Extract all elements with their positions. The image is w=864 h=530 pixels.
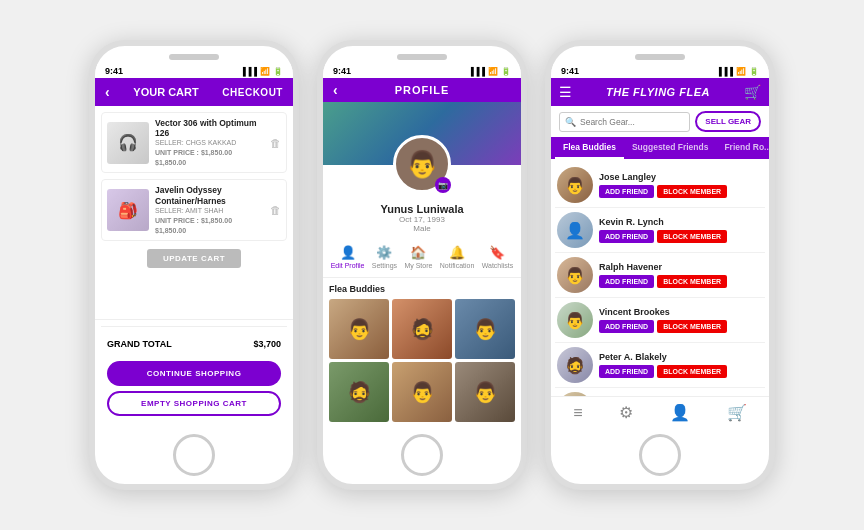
item-price: UNIT PRICE : $1,850.00 $1,850.00 [155,147,264,167]
item-info: Vector 306 with Optimum 126 SELLER: CHGS… [155,118,264,167]
tab-flea-buddies[interactable]: Flea Buddies [555,137,624,159]
flea-logo: The Flying Flea [606,86,710,98]
nav-edit-profile[interactable]: 👤 Edit Profile [331,245,365,269]
friend-actions: ADD FRIEND BLOCK MEMBER [599,275,763,288]
profile-title: PROFILE [395,84,450,96]
add-friend-button[interactable]: ADD FRIEND [599,275,654,288]
status-bar-flea: 9:41 ▐▐▐ 📶 🔋 [551,64,769,78]
friend-info: Ralph Havener ADD FRIEND BLOCK MEMBER [599,262,763,288]
status-time: 9:41 [105,66,123,76]
profile-dob: Oct 17, 1993 [327,215,517,224]
add-friend-button[interactable]: ADD FRIEND [599,320,654,333]
status-icons: ▐▐▐ 📶 🔋 [716,67,759,76]
nav-watchlists[interactable]: 🔖 Watchlists [482,245,514,269]
friend-name: Ralph Havener [599,262,763,272]
status-icons: ▐▐▐ 📶 🔋 [240,67,283,76]
search-wrap: 🔍 [559,112,690,132]
empty-cart-button[interactable]: EMPTY SHOPPING CART [107,391,281,416]
watchlist-icon: 🔖 [489,245,505,260]
notification-icon: 🔔 [449,245,465,260]
buddy-photo[interactable]: 👨 [329,299,389,359]
friend-name: Peter A. Blakely [599,352,763,362]
flea-screen: 9:41 ▐▐▐ 📶 🔋 ☰ The Flying Flea 🛒 🔍 SELL … [551,64,769,428]
block-member-button[interactable]: BLOCK MEMBER [657,320,727,333]
add-friend-button[interactable]: ADD FRIEND [599,185,654,198]
battery-icon: 🔋 [501,67,511,76]
friend-avatar: 👨 [557,302,593,338]
signal-icon: ▐▐▐ [240,67,257,76]
cart-nav-icon[interactable]: 🛒 [727,403,747,422]
back-button[interactable]: ‹ [105,84,110,100]
friend-actions: ADD FRIEND BLOCK MEMBER [599,230,763,243]
friend-avatar: 👤 [557,212,593,248]
item-info: Javelin Odyssey Container/Harnes SELLER:… [155,185,264,234]
block-member-button[interactable]: BLOCK MEMBER [657,275,727,288]
friend-avatar: 👨 [557,167,593,203]
camera-icon[interactable]: 📷 [435,177,451,193]
profile-nav-icon[interactable]: 👤 [670,403,690,422]
tab-suggested-friends[interactable]: Suggested Friends [624,137,717,159]
signal-icon: ▐▐▐ [468,67,485,76]
nav-my-store[interactable]: 🏠 My Store [404,245,432,269]
item-seller: SELLER: CHGS KAKKAD [155,139,264,146]
friend-item: 👨 Vincent Brookes ADD FRIEND BLOCK MEMBE… [555,298,765,343]
battery-icon: 🔋 [749,67,759,76]
friend-actions: ADD FRIEND BLOCK MEMBER [599,365,763,378]
nav-notification[interactable]: 🔔 Notification [440,245,475,269]
profile-info: Yunus Luniwala Oct 17, 1993 Male [323,199,521,237]
settings-icon: ⚙️ [376,245,392,260]
flea-phone: 9:41 ▐▐▐ 📶 🔋 ☰ The Flying Flea 🛒 🔍 SELL … [545,40,775,490]
buddy-photo[interactable]: 👨 [455,362,515,422]
back-button[interactable]: ‹ [333,82,339,98]
friend-info: Vincent Brookes ADD FRIEND BLOCK MEMBER [599,307,763,333]
nav-settings[interactable]: ⚙️ Settings [372,245,397,269]
buddy-photo[interactable]: 👨 [455,299,515,359]
block-member-button[interactable]: BLOCK MEMBER [657,185,727,198]
friends-list: 👨 Jose Langley ADD FRIEND BLOCK MEMBER 👤… [551,159,769,396]
item-price: UNIT PRICE : $1,850.00 $1,850.00 [155,215,264,235]
item-seller: SELLER: AMIT SHAH [155,207,264,214]
add-friend-button[interactable]: ADD FRIEND [599,365,654,378]
status-bar-cart: 9:41 ▐▐▐ 📶 🔋 [95,64,293,78]
cart-actions: CONTINUE SHOPPING EMPTY SHOPPING CART [101,355,287,422]
battery-icon: 🔋 [273,67,283,76]
continue-shopping-button[interactable]: CONTINUE SHOPPING [107,361,281,386]
friend-item: 👨 Jose Langley ADD FRIEND BLOCK MEMBER [555,163,765,208]
backpack-icon: 🎒 [118,201,138,220]
flea-bottom-nav: ≡ ⚙ 👤 🛒 [551,396,769,428]
profile-header: ‹ PROFILE [323,78,521,102]
cart-bottom: GRAND TOTAL $3,700 CONTINUE SHOPPING EMP… [95,319,293,428]
block-member-button[interactable]: BLOCK MEMBER [657,230,727,243]
item-image: 🎒 [107,189,149,231]
list-nav-icon[interactable]: ≡ [573,404,582,422]
friend-name: Jose Langley [599,172,763,182]
buddy-photo[interactable]: 🧔 [329,362,389,422]
flea-cart-icon[interactable]: 🛒 [744,84,761,100]
add-friend-button[interactable]: ADD FRIEND [599,230,654,243]
block-member-button[interactable]: BLOCK MEMBER [657,365,727,378]
friend-name: Kevin R. Lynch [599,217,763,227]
buddy-photo[interactable]: 👨 [392,362,452,422]
flea-buddies-section: Flea Buddies 👨 🧔 👨 🧔 👨 👨 [323,278,521,428]
settings-nav-icon[interactable]: ⚙ [619,403,633,422]
delete-item-button[interactable]: 🗑 [270,204,281,216]
flea-header: ☰ The Flying Flea 🛒 [551,78,769,106]
cart-content: 🎧 Vector 306 with Optimum 126 SELLER: CH… [95,106,293,428]
checkout-button[interactable]: CHECKOUT [222,87,283,98]
hamburger-icon[interactable]: ☰ [559,84,572,100]
cart-header: ‹ YOUR CART CHECKOUT [95,78,293,106]
buddies-grid: 👨 🧔 👨 🧔 👨 👨 [329,299,515,422]
update-cart-button[interactable]: UPDATE CART [147,249,241,268]
item-name: Javelin Odyssey Container/Harnes [155,185,264,205]
tab-friend-requests[interactable]: Friend Ro... [716,137,769,159]
buddy-photo[interactable]: 🧔 [392,299,452,359]
search-input[interactable] [559,112,690,132]
delete-item-button[interactable]: 🗑 [270,137,281,149]
friend-avatar: 👨 [557,257,593,293]
profile-avatar-wrap: 👨 📷 [393,135,451,193]
unit-price-label: UNIT PRICE : $1,850.00 [155,217,232,224]
sell-gear-button[interactable]: SELL GEAR [695,111,761,132]
profile-screen: 9:41 ▐▐▐ 📶 🔋 ‹ PROFILE 👨 📷 Yunus Luniwal… [323,64,521,428]
wifi-icon: 📶 [488,67,498,76]
profile-name: Yunus Luniwala [327,203,517,215]
